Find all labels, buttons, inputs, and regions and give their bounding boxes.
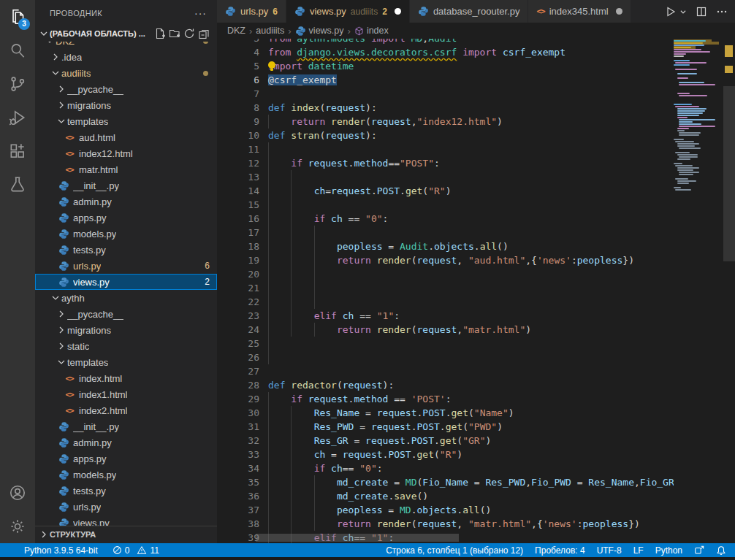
tree-item-admin-py[interactable]: admin.py — [35, 193, 217, 210]
tree-item-index12-html[interactable]: <>index12.html — [35, 145, 217, 161]
tree-item-apps-py[interactable]: apps.py — [35, 450, 217, 467]
code-line[interactable]: 19 return render(request, "aud.html",{'n… — [217, 253, 674, 267]
collapse-all-icon[interactable] — [197, 26, 211, 41]
status-cursor-position[interactable]: Строка 6, столбец 1 (выбрано 12) — [386, 545, 523, 556]
code-line[interactable]: 15 — [217, 198, 674, 212]
tree-item-matr-html[interactable]: <>matr.html — [35, 161, 217, 177]
settings-gear-icon[interactable] — [0, 510, 35, 543]
tree-item-urls-py[interactable]: urls.py — [35, 499, 217, 515]
code-line[interactable]: 4from django.views.decorators.csrf impor… — [217, 45, 674, 59]
tab-urls-py[interactable]: urls.py6 — [217, 0, 286, 23]
tree-item-templates[interactable]: templates — [35, 113, 217, 129]
code-line[interactable]: 7 — [217, 87, 674, 101]
code-line[interactable]: 14 ch=request.POST.get("R") — [217, 184, 674, 198]
source-control-icon[interactable] — [0, 67, 35, 101]
breadcrumb-item-index[interactable]: index — [354, 26, 389, 36]
code-line[interactable]: 37 peopless = MD.objects.all() — [217, 503, 674, 517]
tree-item-views-py[interactable]: views.py2 — [35, 274, 217, 290]
tree-item-tests-py[interactable]: tests.py — [35, 242, 217, 258]
tree-item-aythh[interactable]: aythh — [35, 290, 217, 306]
explorer-icon[interactable]: 3 — [0, 0, 35, 34]
code-line[interactable]: 6@csrf_exempt — [217, 73, 674, 87]
code-line[interactable]: 33 ch = request.POST.get("R") — [217, 448, 674, 461]
account-icon[interactable] — [0, 476, 35, 510]
tree-item-apps-py[interactable]: apps.py — [35, 210, 217, 226]
tree-item-templates[interactable]: templates — [35, 354, 217, 370]
code-line[interactable]: 11 — [217, 142, 674, 156]
code-line[interactable]: 34 if ch== "0": — [217, 461, 674, 475]
tab-index345-html[interactable]: <>index345.html — [528, 0, 631, 23]
tree-item-audiiits[interactable]: audiiits — [35, 65, 217, 81]
code-line[interactable]: 23 elif ch == "1": — [217, 309, 674, 323]
run-icon[interactable] — [665, 6, 677, 18]
code-line[interactable]: 17 — [217, 226, 674, 239]
tree-item-tests-py[interactable]: tests.py — [35, 483, 217, 499]
code-line[interactable]: 18 peopless = Audit.objects.all() — [217, 239, 674, 253]
tree-item-index2-html[interactable]: <>index2.html — [35, 402, 217, 418]
code-line[interactable]: 10def stran(request): — [217, 129, 674, 142]
status-eol[interactable]: LF — [633, 545, 644, 556]
code-line[interactable]: 12 if request.method=="POST": — [217, 156, 674, 170]
breadcrumb-item-views-py[interactable]: views.py — [295, 26, 344, 37]
code-line[interactable]: 32 Res_GR = request.POST.get("GR") — [217, 434, 674, 448]
tree-item-admin-py[interactable]: admin.py — [35, 434, 217, 450]
status-indentation[interactable]: Пробелов: 4 — [535, 545, 585, 556]
code-line[interactable]: 22 — [217, 295, 674, 309]
unsaved-dot[interactable] — [616, 8, 622, 15]
tree-item-static[interactable]: static — [35, 338, 217, 354]
code-line[interactable]: 30 Res_Name = request.POST.get("Name") — [217, 406, 674, 420]
code-line[interactable]: 5import datetime — [217, 59, 674, 73]
more-actions-icon[interactable] — [716, 6, 728, 18]
code-line[interactable]: 3from aythh.models import MD,Audit — [217, 39, 674, 45]
refresh-icon[interactable] — [182, 26, 197, 41]
horizontal-scrollbar[interactable] — [256, 534, 459, 542]
tree-item-models-py[interactable]: models.py — [35, 226, 217, 242]
code-line[interactable]: 20 — [217, 267, 674, 281]
tree-item--pycache-[interactable]: __pycache__ — [35, 81, 217, 97]
code-line[interactable]: 26 — [217, 350, 674, 364]
notifications-bell-icon[interactable] — [716, 545, 726, 556]
code-line[interactable]: 13 — [217, 170, 674, 184]
new-folder-icon[interactable] — [167, 26, 182, 41]
code-line[interactable]: 28def redactor(request): — [217, 378, 674, 392]
lightbulb-icon[interactable] — [267, 61, 277, 76]
breadcrumb-item-dkz[interactable]: DKZ — [227, 26, 245, 36]
python-interpreter[interactable]: Python 3.9.5 64-bit — [24, 545, 98, 556]
minimap[interactable] — [674, 40, 723, 537]
code-line[interactable]: 31 Res_PWD = request.POST.get("PWD") — [217, 420, 674, 434]
code-line[interactable]: 27 — [217, 364, 674, 378]
tree-item-aud-html[interactable]: <>aud.html — [35, 129, 217, 145]
testing-icon[interactable] — [0, 168, 35, 202]
tab-views-py[interactable]: views.pyaudiiits2 — [286, 0, 410, 23]
code-line[interactable]: 8def index(request): — [217, 101, 674, 115]
code-line[interactable]: 35 md_create = MD(Fio_Name = Res_PWD,Fio… — [217, 475, 674, 489]
run-dropdown-icon[interactable] — [679, 8, 687, 15]
split-editor-icon[interactable] — [696, 6, 707, 18]
code-line[interactable]: 9 return render(request,"index12.html") — [217, 115, 674, 129]
tree-item-models-py[interactable]: models.py — [35, 467, 217, 483]
code-line[interactable]: 21 — [217, 281, 674, 295]
tree-item--pycache-[interactable]: __pycache__ — [35, 306, 217, 322]
tree-item-migrations[interactable]: migrations — [35, 97, 217, 113]
unsaved-dot[interactable] — [395, 8, 401, 15]
tree-item-migrations[interactable]: migrations — [35, 322, 217, 338]
overview-ruler[interactable] — [723, 23, 735, 543]
tree-item--init-py[interactable]: __init__.py — [35, 177, 217, 193]
run-debug-icon[interactable] — [0, 101, 35, 134]
code-line[interactable]: 38 return render(request, "matr.html",{'… — [217, 517, 674, 531]
code-line[interactable]: 16 if ch == "0": — [217, 212, 674, 226]
tree-item--init-py[interactable]: __init__.py — [35, 418, 217, 434]
breadcrumb-item-audiiits[interactable]: audiiits — [256, 26, 284, 36]
tree-item--idea[interactable]: .idea — [35, 49, 217, 65]
workspace-section-header[interactable]: (РАБОЧАЯ ОБЛАСТЬ) ... — [35, 26, 217, 42]
feedback-icon[interactable] — [694, 545, 704, 556]
tree-item-urls-py[interactable]: urls.py6 — [35, 258, 217, 274]
code-line[interactable]: 25 — [217, 337, 674, 350]
tab-database-roouter-py[interactable]: database_roouter.py — [410, 0, 529, 23]
vertical-scrollbar[interactable] — [723, 86, 735, 261]
code-line[interactable]: 29 if request.method == 'POST': — [217, 392, 674, 406]
views-more-actions-icon[interactable]: ··· — [194, 7, 207, 19]
code-line[interactable]: 36 md_create.save() — [217, 489, 674, 503]
extensions-icon[interactable] — [0, 134, 35, 168]
status-language-mode[interactable]: Python — [655, 545, 682, 556]
